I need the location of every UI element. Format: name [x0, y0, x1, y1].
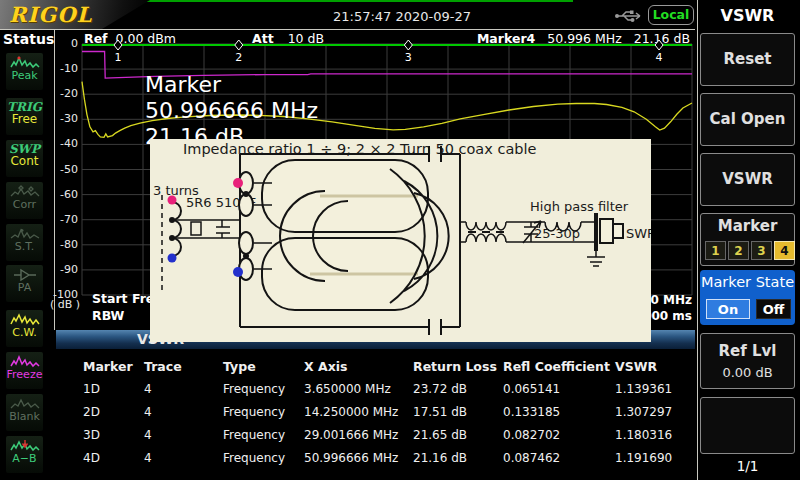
table-cell: 21.16 dB [413, 451, 467, 465]
table-cell: 3D [83, 428, 100, 442]
usb-icon [614, 8, 644, 27]
table-cell: 4 [144, 382, 152, 396]
ref-lvl-value: 0.00 dB [701, 365, 794, 380]
softkey-panel-separator [697, 0, 698, 480]
marker-state-button[interactable]: Marker State On Off [700, 270, 795, 325]
svg-text:2: 2 [235, 51, 242, 64]
table-cell: 0.087462 [503, 451, 560, 465]
status-item-peak: Peak [6, 53, 43, 90]
table-cell: Frequency [223, 405, 285, 419]
table-cell: 23.72 dB [413, 382, 467, 396]
coax-terminal-pink [233, 178, 243, 188]
table-cell: 1.307297 [615, 405, 672, 419]
marker-state-off-key[interactable]: Off [756, 299, 791, 319]
y-axis-label: 0 [52, 37, 78, 50]
readout-title: Marker [145, 72, 318, 98]
marker-key-4[interactable]: 4 [774, 241, 795, 260]
y-axis-label: -20 [52, 87, 78, 100]
table-cell: 4 [144, 405, 152, 419]
status-item-a-minus-b: A−B [6, 436, 43, 473]
table-header: Return Loss [413, 359, 497, 374]
table-cell: 1.180316 [615, 428, 672, 442]
rbw-label: RBW [92, 308, 124, 323]
table-cell: 1.191690 [615, 451, 672, 465]
svg-text:1: 1 [114, 51, 121, 64]
blank-waveform-icon [10, 397, 40, 411]
table-header: X Axis [304, 359, 347, 374]
table-cell: 29.001666 MHz [304, 428, 398, 442]
corr-waveform-icon [10, 185, 40, 199]
table-cell: 4 [144, 428, 152, 442]
status-item-cw: C.W. [6, 310, 43, 347]
a-minus-b-icon [10, 439, 40, 453]
marker-key-3[interactable]: 3 [751, 241, 772, 260]
table-header: Marker [83, 359, 133, 374]
table-cell: 4 [144, 451, 152, 465]
table-cell: 3.650000 MHz [304, 382, 391, 396]
table-cell: 50.996666 MHz [304, 451, 398, 465]
softkey-menu-title: VSWR [695, 6, 800, 25]
table-cell: 1D [83, 382, 100, 396]
status-panel-title: Status [3, 31, 54, 47]
table-cell: 2D [83, 405, 100, 419]
cal-open-button[interactable]: Cal Open [700, 93, 795, 146]
marker-select-button[interactable]: Marker 1 2 3 4 [700, 213, 795, 266]
vswr-button[interactable]: VSWR [700, 153, 795, 206]
table-header: Trace [144, 359, 182, 374]
y-axis-label: -40 [52, 137, 78, 150]
y-axis-label: -50 [52, 163, 78, 176]
table-cell: 4D [83, 451, 100, 465]
brand-logo: RIGOL [9, 2, 92, 27]
st-waveform-icon [10, 227, 40, 241]
table-cell: Frequency [223, 451, 285, 465]
input-terminal-blue [168, 254, 177, 263]
freeze-waveform-icon [10, 355, 40, 369]
peak-waveform-icon [10, 56, 40, 70]
y-axis-label: -70 [52, 213, 78, 226]
schematic-overlay-image: Impedance ratio 1 ÷ 9; 2 × 2 Turn 50 coa… [150, 139, 651, 342]
table-cell: Frequency [223, 382, 285, 396]
status-panel-separator [54, 30, 55, 330]
table-header: Refl Coefficient [503, 359, 610, 374]
coax-terminal-blue [233, 267, 243, 277]
reset-button[interactable]: Reset [700, 33, 795, 86]
swr-port-label: SWR [626, 226, 651, 241]
trimmer-cap-label: 25-30p [534, 226, 580, 241]
marker-key-2[interactable]: 2 [728, 241, 749, 260]
marker-state-on-key[interactable]: On [706, 299, 750, 319]
table-cell: 0.133185 [503, 405, 560, 419]
svg-text:3: 3 [405, 51, 412, 64]
status-item-st: S.T. [6, 224, 43, 261]
table-cell: 17.51 dB [413, 405, 467, 419]
pa-amplifier-icon [10, 268, 40, 282]
table-header: VSWR [615, 359, 657, 374]
hpf-label: High pass filter [530, 199, 629, 214]
status-item-sweep: SWP Cont [6, 140, 43, 177]
status-item-freeze: Freeze [6, 352, 43, 389]
status-item-blank: Blank [6, 394, 43, 431]
local-status-badge: Local [648, 5, 694, 25]
readout-frequency: 50.996666 MHz [145, 98, 318, 124]
y-axis-label: -30 [52, 112, 78, 125]
y-axis-label: -80 [52, 238, 78, 251]
top-border-line [108, 0, 573, 2]
table-cell: 1.139361 [615, 382, 672, 396]
blank-softkey[interactable] [700, 397, 795, 454]
ref-lvl-button[interactable]: Ref Lvl 0.00 dB [700, 333, 795, 389]
status-item-pa: PA [6, 265, 43, 302]
marker-key-1[interactable]: 1 [705, 241, 726, 260]
status-item-trigger: TRIG Free [6, 98, 43, 135]
y-axis-unit: ( dB ) [50, 298, 80, 311]
table-cell: 14.250000 MHz [304, 405, 398, 419]
svg-text:4: 4 [656, 51, 663, 64]
table-cell: 0.065141 [503, 382, 560, 396]
clock: 21:57:47 2020-09-27 [333, 9, 471, 24]
y-axis-label: -60 [52, 188, 78, 201]
table-header: Type [223, 359, 256, 374]
cw-waveform-icon [10, 313, 40, 327]
table-cell: 21.65 dB [413, 428, 467, 442]
y-axis-label: -10 [52, 62, 78, 75]
table-cell: Frequency [223, 428, 285, 442]
status-item-corr: Corr [6, 182, 43, 219]
table-cell: 0.082702 [503, 428, 560, 442]
